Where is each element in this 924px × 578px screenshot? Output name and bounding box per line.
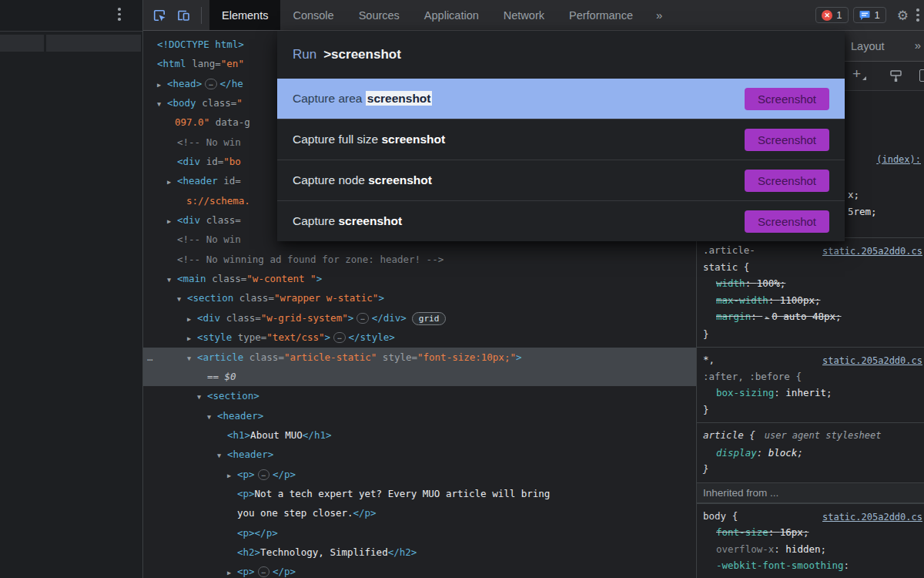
tree-line[interactable]: ▼<main class="w-content ">: [143, 269, 696, 288]
screenshot-button[interactable]: Screenshot: [745, 88, 829, 110]
css-declaration[interactable]: font-size: 16px;: [703, 524, 919, 541]
devtools-menu-dots-icon[interactable]: [916, 6, 919, 24]
tree-line[interactable]: <p>Not a tech expert yet? Every MUO arti…: [143, 484, 696, 503]
node-overflow-menu-icon[interactable]: …: [147, 348, 154, 367]
tree-line[interactable]: ▶<p>…</p>: [143, 562, 696, 578]
command-item[interactable]: Capture node screenshotScreenshot: [277, 160, 845, 200]
tab-elements[interactable]: Elements: [209, 0, 280, 30]
collapse-arrow-icon[interactable]: ▼: [197, 388, 207, 407]
stylesheet-link[interactable]: static.205a2dd0.cs: [822, 509, 922, 526]
css-rules-list: static.205a2dd0.cs.article-static {width…: [697, 237, 924, 578]
page-element: [0, 35, 44, 52]
tree-line[interactable]: == $0: [143, 367, 696, 386]
page-element: [46, 35, 141, 52]
tab-sources[interactable]: Sources: [346, 0, 412, 30]
ellipsis-expand-button[interactable]: …: [357, 313, 368, 324]
paint-roller-icon[interactable]: [889, 69, 903, 86]
tree-line[interactable]: ▼<header>: [143, 406, 696, 425]
command-menu-dialog: Run >screenshot Capture area screenshotS…: [277, 31, 845, 241]
css-declaration[interactable]: margin: ▸0 auto 48px;: [703, 308, 919, 326]
css-declaration[interactable]: max-width: 1100px;: [703, 292, 919, 309]
ellipsis-expand-button[interactable]: …: [333, 332, 345, 343]
overflow-menu-icon[interactable]: [118, 5, 121, 23]
rule-selector[interactable]: static {: [703, 259, 919, 276]
collapse-arrow-icon[interactable]: ▼: [207, 408, 217, 427]
expand-arrow-icon[interactable]: ▶: [167, 173, 177, 192]
tree-line[interactable]: …▼<article class="article-static" style=…: [143, 348, 696, 367]
rule-selector[interactable]: :after, :before {: [703, 368, 919, 385]
new-style-rule-icon[interactable]: +: [852, 66, 861, 82]
collapse-arrow-icon[interactable]: ▼: [187, 349, 197, 368]
tree-line[interactable]: ▶<style type="text/css">…</style>: [143, 328, 696, 347]
css-fragment: 5rem;: [848, 206, 877, 217]
stylesheet-link[interactable]: (index):: [876, 154, 921, 165]
stylesheet-link[interactable]: static.205a2dd0.cs: [822, 353, 922, 370]
expand-arrow-icon[interactable]: ▶: [167, 212, 177, 231]
message-count: 1: [875, 9, 880, 21]
tree-line[interactable]: <h2>Technology, Simplified</h2>: [143, 543, 696, 562]
command-menu-items: Capture area screenshotScreenshotCapture…: [277, 79, 845, 241]
message-badge[interactable]: 1: [853, 7, 886, 23]
device-toolbar-icon[interactable]: [176, 8, 192, 23]
collapse-arrow-icon[interactable]: ▼: [177, 290, 187, 309]
css-rule: static.205a2dd0.csbody {font-size: 16px;…: [697, 503, 924, 578]
css-declaration[interactable]: -webkit-font-smoothing:: [703, 557, 919, 574]
tab-performance[interactable]: Performance: [557, 0, 645, 30]
expand-arrow-icon[interactable]: ▶: [187, 310, 197, 329]
stylesheet-link[interactable]: static.205a2dd0.cs: [822, 244, 922, 260]
tree-line[interactable]: ▼<header>: [143, 445, 696, 464]
tab-console[interactable]: Console: [280, 0, 346, 30]
tree-line[interactable]: you one step closer.</p>: [143, 503, 696, 523]
collapse-arrow-icon[interactable]: ▼: [217, 446, 227, 465]
rule-close-brace: }: [703, 326, 919, 343]
clipped-toolbar-icon[interactable]: [919, 69, 924, 82]
expand-shorthand-icon[interactable]: ▸: [765, 313, 769, 321]
command-item[interactable]: Capture area screenshotScreenshot: [277, 79, 845, 119]
collapse-arrow-icon[interactable]: ▼: [157, 95, 167, 114]
tree-line[interactable]: ▼<section>: [143, 386, 696, 405]
ellipsis-expand-button[interactable]: …: [258, 469, 270, 480]
tab-network[interactable]: Network: [491, 0, 557, 30]
css-declaration[interactable]: box-sizing: inherit;: [703, 385, 919, 402]
expand-arrow-icon[interactable]: ▶: [157, 76, 167, 95]
command-item-label: Capture screenshot: [293, 214, 745, 228]
expand-arrow-icon[interactable]: ▶: [227, 466, 237, 486]
inspect-element-icon[interactable]: [152, 8, 167, 23]
collapse-arrow-icon[interactable]: ▼: [167, 271, 177, 290]
more-tabs-icon[interactable]: »: [656, 8, 662, 22]
tree-line[interactable]: ▼<section class="wrapper w-static">: [143, 288, 696, 307]
css-declaration[interactable]: overflow-x: hidden;: [703, 541, 919, 558]
css-declaration[interactable]: width: 100%;: [703, 275, 919, 292]
expand-arrow-icon[interactable]: ▶: [187, 329, 197, 348]
css-declaration[interactable]: display: block;: [703, 445, 919, 462]
tree-line[interactable]: ▶<p>…</p>: [143, 465, 696, 484]
command-mode-label: Run: [293, 47, 316, 62]
screenshot-button[interactable]: Screenshot: [745, 210, 829, 233]
screenshot-button[interactable]: Screenshot: [745, 170, 829, 192]
css-fragment: x;: [848, 189, 859, 200]
sidebar-more-tabs-icon[interactable]: »: [915, 39, 921, 52]
toolbar-divider: [201, 7, 202, 24]
settings-gear-icon[interactable]: ⚙: [897, 8, 909, 23]
tree-line[interactable]: ▶<div class="w-grid-system">…</div>grid: [143, 308, 696, 328]
screenshot-button[interactable]: Screenshot: [745, 129, 829, 151]
error-badge[interactable]: ✕ 1: [815, 7, 848, 23]
rule-selector[interactable]: article {user agent stylesheet: [703, 427, 919, 445]
expand-arrow-icon[interactable]: ▶: [227, 563, 237, 578]
tree-line[interactable]: <h1>About MUO</h1>: [143, 425, 696, 445]
css-rule: article {user agent stylesheetdisplay: b…: [697, 422, 924, 482]
ellipsis-expand-button[interactable]: …: [205, 79, 216, 89]
inherited-from-label: Inherited from ...: [697, 482, 924, 503]
tree-line[interactable]: <!-- No winning ad found for zone: heade…: [143, 250, 696, 269]
ellipsis-expand-button[interactable]: …: [258, 566, 270, 577]
css-rule: static.205a2dd0.cs.article-static {width…: [697, 237, 924, 347]
grid-badge[interactable]: grid: [412, 312, 447, 325]
tree-line[interactable]: <p></p>: [143, 523, 696, 543]
command-item[interactable]: Capture screenshotScreenshot: [277, 200, 845, 241]
error-icon: ✕: [822, 10, 832, 21]
tab-application[interactable]: Application: [412, 0, 491, 30]
tab-layout[interactable]: Layout: [851, 31, 885, 61]
command-item[interactable]: Capture full size screenshotScreenshot: [277, 119, 845, 160]
command-query-input[interactable]: >screenshot: [323, 47, 401, 62]
command-menu-header[interactable]: Run >screenshot: [277, 31, 845, 79]
